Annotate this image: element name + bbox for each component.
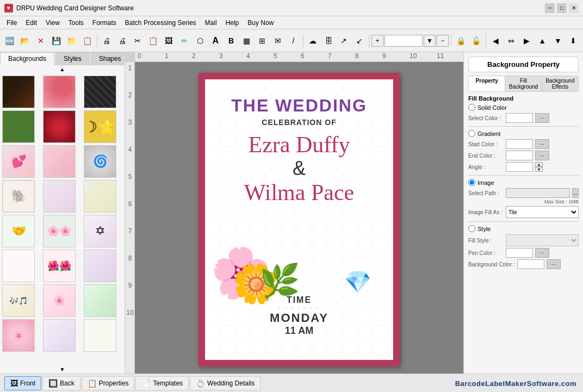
lock-button[interactable]: 🔒 bbox=[454, 33, 468, 49]
select-color-button[interactable]: ··· bbox=[535, 113, 549, 123]
close-button[interactable]: ✕ bbox=[569, 3, 579, 13]
list-item[interactable]: 🌸 bbox=[43, 284, 76, 317]
image-fill-as-select[interactable]: Tile Stretch Center Fit bbox=[506, 206, 579, 218]
front-button[interactable]: 🖼 Front bbox=[4, 376, 41, 390]
list-item[interactable]: 🌀 bbox=[84, 145, 116, 178]
list-item[interactable] bbox=[2, 110, 35, 143]
open-button[interactable]: 📂 bbox=[18, 33, 33, 49]
list-item[interactable] bbox=[43, 110, 76, 143]
fill-style-select[interactable] bbox=[506, 234, 579, 246]
select-color-box[interactable] bbox=[506, 113, 533, 123]
qr-button[interactable]: ⊞ bbox=[255, 33, 270, 49]
menu-help[interactable]: Help bbox=[221, 18, 244, 28]
mail-button[interactable]: ✉ bbox=[271, 33, 286, 49]
maximize-button[interactable]: □ bbox=[557, 3, 567, 13]
properties-button[interactable]: 📋 Properties bbox=[82, 376, 135, 390]
angle-down-button[interactable]: ▼ bbox=[535, 167, 543, 172]
zoom-input[interactable]: 150% bbox=[384, 35, 423, 47]
menu-batch-processing[interactable]: Batch Processing Series bbox=[121, 18, 201, 28]
tab-shapes[interactable]: Shapes bbox=[91, 52, 129, 65]
solid-color-radio[interactable] bbox=[468, 104, 475, 111]
zoom-dropdown-button[interactable]: ▼ bbox=[424, 35, 436, 47]
list-item[interactable] bbox=[43, 145, 76, 178]
db-button[interactable]: 🗄 bbox=[321, 33, 336, 49]
menu-formats[interactable]: Formats bbox=[88, 18, 121, 28]
text-button[interactable]: A bbox=[208, 33, 223, 49]
arrow-right-button[interactable]: ▶ bbox=[519, 33, 534, 49]
list-item[interactable]: 🤝 bbox=[2, 215, 35, 247]
export-button[interactable]: ↗ bbox=[337, 33, 351, 49]
menu-buy-now[interactable]: Buy Now bbox=[243, 18, 278, 28]
menu-file[interactable]: File bbox=[2, 18, 21, 28]
shape-button[interactable]: ⬡ bbox=[193, 33, 207, 49]
list-item[interactable] bbox=[84, 319, 116, 352]
angle-input[interactable]: 0 bbox=[506, 162, 533, 172]
tab-property[interactable]: Property bbox=[469, 76, 505, 91]
scroll-up-arrow[interactable]: ▲ bbox=[0, 65, 125, 73]
list-item[interactable]: 🌸🌸 bbox=[43, 215, 76, 247]
list-item[interactable] bbox=[43, 319, 76, 352]
print-button[interactable]: 🖨 bbox=[100, 33, 114, 49]
list-item[interactable] bbox=[84, 250, 116, 282]
style-radio[interactable] bbox=[468, 225, 475, 232]
barcode-button[interactable]: ▦ bbox=[239, 33, 254, 49]
cloud-button[interactable]: ☁ bbox=[306, 33, 320, 49]
tab-backgrounds[interactable]: Backgrounds bbox=[0, 52, 54, 65]
list-item[interactable]: 🌸 bbox=[2, 319, 35, 352]
gradient-radio[interactable] bbox=[468, 130, 475, 137]
list-item[interactable] bbox=[2, 76, 35, 108]
pen-color-box[interactable] bbox=[506, 248, 533, 258]
arrange-bottom-button[interactable]: ⬇ bbox=[566, 33, 581, 49]
menu-edit[interactable]: Edit bbox=[21, 18, 41, 28]
save-all-button[interactable]: 📋 bbox=[80, 33, 95, 49]
arrow-left-button[interactable]: ◀ bbox=[488, 33, 503, 49]
list-item[interactable]: 🎶🎵 bbox=[2, 284, 35, 317]
list-item[interactable]: 🐘 bbox=[2, 180, 35, 213]
tab-styles[interactable]: Styles bbox=[55, 52, 90, 65]
menu-tools[interactable]: Tools bbox=[64, 18, 88, 28]
bg-color-box[interactable] bbox=[517, 259, 544, 269]
import-button[interactable]: ↙ bbox=[352, 33, 367, 49]
save-as-button[interactable]: 📁 bbox=[65, 33, 79, 49]
bold-button[interactable]: B bbox=[224, 33, 239, 49]
scroll-down-arrow[interactable]: ▼ bbox=[0, 365, 125, 374]
menu-view[interactable]: View bbox=[41, 18, 64, 28]
paste-button[interactable]: 📋 bbox=[146, 33, 161, 49]
pen-color-button[interactable]: ··· bbox=[535, 248, 549, 258]
end-color-box[interactable] bbox=[506, 151, 533, 160]
arrange-up-button[interactable]: ▲ bbox=[535, 33, 550, 49]
start-color-button[interactable]: ··· bbox=[535, 139, 549, 149]
end-color-button[interactable]: ··· bbox=[535, 151, 549, 160]
list-item[interactable]: ✡ bbox=[84, 215, 116, 247]
list-item[interactable]: 💕 bbox=[2, 145, 35, 178]
list-item[interactable] bbox=[84, 76, 116, 108]
zoom-out-button[interactable]: − bbox=[437, 35, 449, 47]
wedding-details-button[interactable]: 💍 Wedding Details bbox=[190, 376, 261, 390]
arrange-down-button[interactable]: ▼ bbox=[551, 33, 566, 49]
list-item[interactable] bbox=[84, 284, 116, 317]
list-item[interactable] bbox=[43, 76, 76, 108]
start-color-box[interactable] bbox=[506, 139, 533, 149]
image-button[interactable]: 🖼 bbox=[162, 33, 176, 49]
list-item[interactable] bbox=[2, 250, 35, 282]
save-button[interactable]: 💾 bbox=[49, 33, 64, 49]
zoom-in-button[interactable]: + bbox=[371, 35, 383, 47]
menu-mail[interactable]: Mail bbox=[201, 18, 221, 28]
tab-background-effects[interactable]: Background Effects bbox=[542, 76, 578, 91]
list-item[interactable] bbox=[43, 180, 76, 213]
scissors-button[interactable]: ✂ bbox=[131, 33, 145, 49]
templates-button[interactable]: 📄 Templates bbox=[135, 376, 189, 390]
path-input[interactable]: C:\Program Files (x86 bbox=[506, 188, 570, 198]
pencil-button[interactable]: ✏ bbox=[177, 33, 192, 49]
close-button-tb[interactable]: ✕ bbox=[33, 33, 48, 49]
angle-up-button[interactable]: ▲ bbox=[535, 162, 543, 167]
lock2-button[interactable]: 🔓 bbox=[469, 33, 484, 49]
browse-button[interactable]: ... bbox=[572, 188, 579, 198]
tab-fill-background[interactable]: Fill Background bbox=[505, 76, 542, 91]
list-item[interactable]: ☽⭐ bbox=[84, 110, 116, 143]
print2-button[interactable]: 🖨 bbox=[115, 33, 129, 49]
list-item[interactable]: 🌺🌺 bbox=[43, 250, 76, 282]
line-button[interactable]: / bbox=[286, 33, 301, 49]
image-radio[interactable] bbox=[468, 179, 475, 186]
list-item[interactable] bbox=[84, 180, 116, 213]
